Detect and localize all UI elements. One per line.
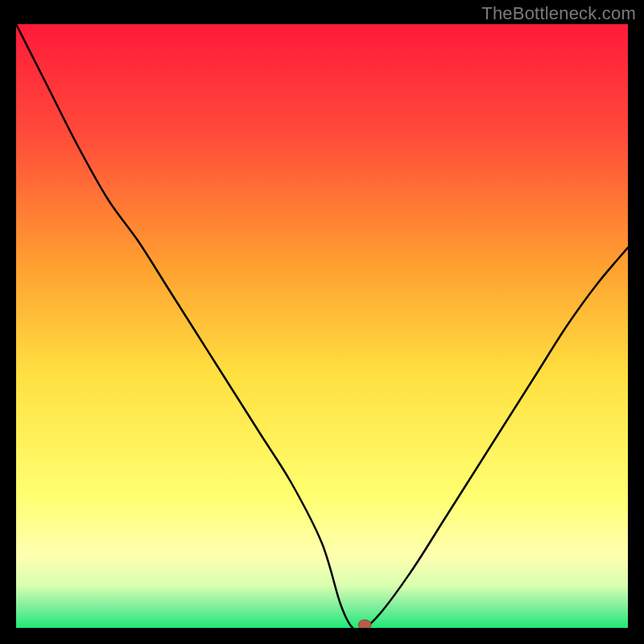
attribution-text: TheBottleneck.com — [481, 3, 636, 24]
optimal-point-marker — [358, 620, 371, 628]
gradient-background — [16, 24, 628, 628]
chart-frame: TheBottleneck.com — [0, 0, 644, 644]
chart-svg — [16, 24, 628, 628]
plot-area — [16, 24, 628, 628]
